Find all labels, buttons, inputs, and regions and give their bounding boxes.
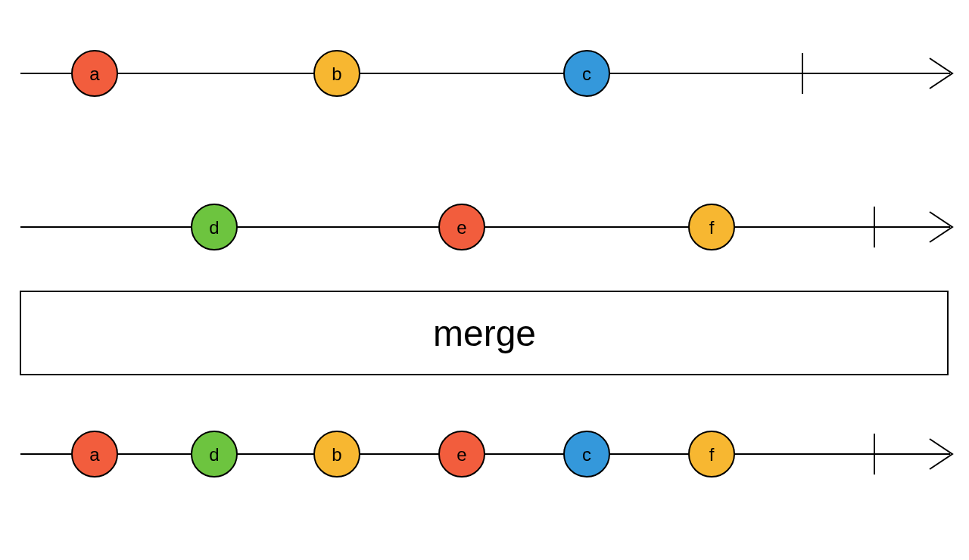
timeline-second: d e f: [20, 204, 952, 250]
marble-label: c: [582, 64, 591, 84]
operator-label: merge: [433, 313, 536, 353]
marble-label: f: [709, 444, 715, 465]
marble-label: e: [456, 217, 466, 238]
marble-label: e: [456, 444, 466, 465]
marble-label: f: [709, 217, 715, 238]
marble-node: d: [192, 204, 237, 250]
marble-label: b: [332, 444, 341, 465]
marble-label: a: [89, 444, 100, 465]
marble-node: c: [564, 431, 609, 477]
merge-diagram: a b c d e f merge: [0, 0, 969, 560]
marble-node: b: [314, 51, 360, 96]
marble-node: a: [72, 51, 117, 96]
marble-node: e: [439, 431, 484, 477]
marble-node: b: [314, 431, 360, 477]
marble-label: d: [209, 217, 219, 238]
marble-node: f: [689, 204, 734, 250]
timeline-result: a d b e c f: [20, 431, 952, 477]
operator-box: merge: [20, 291, 948, 375]
marble-label: b: [332, 64, 341, 84]
marble-label: d: [209, 444, 219, 465]
marble-node: d: [192, 431, 237, 477]
marble-node: f: [689, 431, 734, 477]
marble-label: a: [89, 64, 100, 84]
timeline-first: a b c: [20, 51, 952, 96]
marble-label: c: [582, 444, 591, 465]
marble-node: e: [439, 204, 484, 250]
marble-node: c: [564, 51, 609, 96]
marble-node: a: [72, 431, 117, 477]
